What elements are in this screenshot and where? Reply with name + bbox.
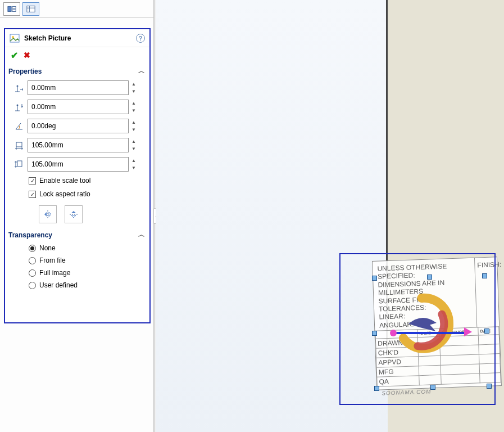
svg-rect-10: [16, 142, 22, 147]
checkbox-enable-scale-tool[interactable]: ✓: [29, 177, 36, 184]
sketch-picture-panel: Sketch Picture ? ✔ ✖ Properties ︿ ▲▼ ▲▼ …: [4, 28, 151, 323]
svg-point-8: [17, 86, 19, 87]
scale-tool-arrowhead[interactable]: [464, 327, 472, 336]
input-angle[interactable]: [28, 119, 129, 133]
selection-bounding-box: [339, 253, 496, 405]
row-y: ▲▼: [5, 97, 149, 116]
height-icon: [14, 159, 24, 169]
svg-rect-11: [17, 161, 22, 166]
radio-row-none[interactable]: None: [5, 242, 149, 254]
help-icon[interactable]: ?: [136, 34, 145, 43]
svg-rect-0: [8, 6, 11, 11]
confirm-row: ✔ ✖: [5, 47, 149, 63]
row-height: ▲▼: [5, 155, 149, 174]
resize-handle-se[interactable]: [487, 384, 492, 389]
section-transparency-header[interactable]: Transparency ︿: [5, 227, 149, 242]
radio-label-none: None: [39, 244, 56, 252]
radio-row-from-file[interactable]: From file: [5, 254, 149, 267]
property-manager-icon: [26, 5, 35, 13]
panel-title: Sketch Picture: [24, 34, 136, 42]
svg-rect-1: [12, 6, 16, 8]
panel-tabbar: [0, 0, 153, 18]
width-icon: [14, 140, 24, 150]
input-y[interactable]: [28, 100, 129, 114]
panel-header: Sketch Picture ?: [5, 29, 149, 47]
flip-buttons: [5, 201, 149, 227]
section-properties-header[interactable]: Properties ︿: [5, 63, 149, 78]
section-properties-label: Properties: [8, 68, 42, 75]
flip-horizontal-icon: [43, 209, 53, 219]
radio-label-from-file: From file: [39, 256, 66, 264]
resize-handle-n[interactable]: [427, 274, 432, 280]
scale-tool-line[interactable]: [393, 332, 466, 334]
radio-row-full-image[interactable]: Full image: [5, 267, 149, 279]
flip-vertical-button[interactable]: [65, 205, 83, 223]
label-enable-scale-tool: Enable scale tool: [39, 177, 90, 184]
row-width: ▲▼: [5, 136, 149, 155]
origin-x-icon: [14, 83, 24, 93]
tab-property-manager[interactable]: [22, 2, 39, 16]
flip-horizontal-button[interactable]: [39, 205, 57, 223]
spinner-angle[interactable]: ▲▼: [130, 119, 138, 133]
row-x: ▲▼: [5, 78, 149, 97]
section-transparency-label: Transparency: [8, 231, 52, 239]
flip-vertical-icon: [69, 209, 79, 219]
tab-feature-manager[interactable]: [3, 2, 20, 16]
svg-point-9: [17, 105, 19, 106]
resize-handle-sw[interactable]: [374, 386, 379, 391]
input-x[interactable]: [28, 80, 129, 95]
svg-rect-6: [10, 34, 19, 42]
property-panel: Sketch Picture ? ✔ ✖ Properties ︿ ▲▼ ▲▼ …: [0, 0, 155, 432]
resize-handle-e[interactable]: [484, 328, 489, 334]
radio-label-user-defined: User defined: [39, 281, 78, 289]
chevron-up-icon: ︿: [138, 230, 145, 240]
radio-label-full-image: Full image: [39, 269, 70, 277]
radio-full-image[interactable]: [29, 269, 36, 277]
spinner-width[interactable]: ▲▼: [130, 138, 138, 152]
radio-none[interactable]: [29, 245, 36, 252]
resize-handle-ne[interactable]: [482, 273, 487, 278]
label-lock-aspect-ratio: Lock aspect ratio: [39, 190, 90, 198]
radio-user-defined[interactable]: [29, 282, 36, 289]
angle-icon: [14, 121, 24, 131]
spinner-height[interactable]: ▲▼: [130, 157, 138, 172]
input-width[interactable]: [28, 138, 129, 152]
svg-rect-3: [27, 6, 35, 12]
row-angle: ▲▼: [5, 116, 149, 136]
origin-y-icon: [14, 102, 24, 112]
feature-manager-icon: [7, 5, 16, 13]
scale-tool-origin[interactable]: [390, 330, 397, 336]
radio-row-user-defined[interactable]: User defined: [5, 279, 149, 291]
resize-handle-s[interactable]: [430, 385, 435, 390]
row-lock-aspect-ratio[interactable]: ✓ Lock aspect ratio: [5, 187, 149, 201]
checkbox-lock-aspect-ratio[interactable]: ✓: [29, 191, 36, 198]
cancel-button[interactable]: ✖: [24, 51, 30, 60]
svg-rect-2: [12, 9, 16, 11]
input-height[interactable]: [28, 157, 129, 172]
resize-handle-nw[interactable]: [372, 276, 377, 281]
chevron-up-icon: ︿: [138, 66, 145, 76]
radio-from-file[interactable]: [29, 257, 36, 264]
row-enable-scale-tool[interactable]: ✓ Enable scale tool: [5, 174, 149, 187]
resize-handle-w[interactable]: [372, 331, 377, 336]
picture-icon: [10, 34, 20, 43]
spinner-x[interactable]: ▲▼: [130, 80, 138, 95]
ok-button[interactable]: ✔: [11, 50, 18, 61]
spinner-y[interactable]: ▲▼: [130, 100, 138, 114]
